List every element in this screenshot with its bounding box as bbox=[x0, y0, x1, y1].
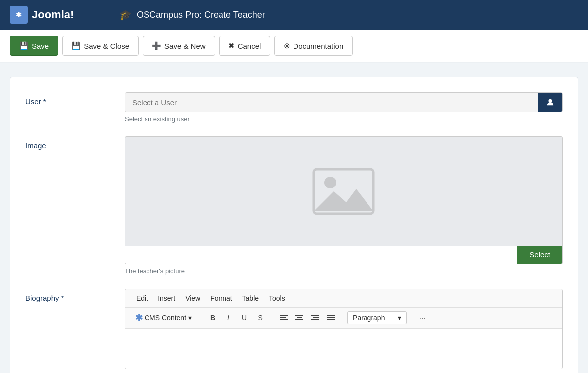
biography-label: Biography * bbox=[25, 289, 125, 302]
documentation-button[interactable]: ⊗ Documentation bbox=[274, 36, 353, 56]
user-input[interactable] bbox=[125, 93, 538, 112]
save-label: Save bbox=[32, 42, 49, 50]
cms-content-button[interactable]: ✱ CMS Content ▾ bbox=[130, 311, 197, 325]
cms-content-icon: ✱ bbox=[135, 312, 143, 323]
cms-content-group: ✱ CMS Content ▾ bbox=[130, 311, 201, 325]
user-select-button[interactable] bbox=[538, 93, 562, 112]
image-placeholder bbox=[125, 136, 563, 246]
editor-menubar: Edit Insert View Format Table Tools bbox=[125, 289, 562, 308]
user-form-row: User * Select an existing user bbox=[25, 92, 563, 123]
image-hint: The teacher's picture bbox=[125, 267, 563, 275]
cms-content-label: CMS Content bbox=[145, 314, 186, 322]
joomla-logo-icon: ✱ bbox=[10, 6, 28, 24]
image-label: Image bbox=[25, 136, 125, 150]
cms-content-chevron: ▾ bbox=[188, 314, 192, 322]
svg-point-4 bbox=[324, 177, 336, 188]
user-hint: Select an existing user bbox=[125, 115, 563, 123]
svg-text:✱: ✱ bbox=[16, 11, 22, 19]
editor-menu-format[interactable]: Format bbox=[205, 292, 237, 304]
align-left-button[interactable] bbox=[276, 311, 291, 325]
image-form-row: Image Select bbox=[25, 136, 563, 275]
paragraph-label: Paragraph bbox=[353, 314, 385, 322]
user-field: Select an existing user bbox=[125, 92, 563, 123]
image-field: Select The teacher's picture bbox=[125, 136, 563, 275]
page-title-icon: 🎓 bbox=[119, 9, 132, 21]
editor-menu-table[interactable]: Table bbox=[237, 292, 264, 304]
save-close-label: Save & Close bbox=[84, 42, 129, 50]
save-icon: 💾 bbox=[19, 41, 29, 50]
joomla-logo-text: Joomla! bbox=[32, 8, 74, 21]
align-right-button[interactable] bbox=[308, 311, 323, 325]
documentation-label: Documentation bbox=[293, 42, 343, 50]
strikethrough-button[interactable]: S bbox=[253, 311, 268, 325]
paragraph-chevron: ▾ bbox=[398, 314, 401, 322]
biography-form-row: Biography * Edit Insert View Format Tabl… bbox=[25, 289, 563, 369]
save-new-icon: ➕ bbox=[152, 41, 161, 50]
image-select-button[interactable]: Select bbox=[517, 246, 562, 264]
biography-field: Edit Insert View Format Table Tools ✱ CM… bbox=[125, 289, 563, 369]
text-format-group: B I U S bbox=[205, 311, 272, 325]
documentation-icon: ⊗ bbox=[284, 41, 290, 50]
save-close-button[interactable]: 💾 Save & Close bbox=[62, 36, 139, 56]
cancel-label: Cancel bbox=[238, 42, 261, 50]
editor-body[interactable] bbox=[125, 329, 562, 369]
page-title: 🎓 OSCampus Pro: Create Teacher bbox=[109, 9, 265, 21]
more-button[interactable]: ··· bbox=[415, 311, 430, 325]
editor-menu-view[interactable]: View bbox=[180, 292, 205, 304]
form-panel: User * Select an existing user Image bbox=[10, 77, 578, 373]
editor-toolbar: ✱ CMS Content ▾ B I U S bbox=[125, 308, 562, 329]
align-group bbox=[276, 311, 343, 325]
align-justify-button[interactable] bbox=[324, 311, 339, 325]
bold-button[interactable]: B bbox=[205, 311, 220, 325]
image-placeholder-inner bbox=[311, 167, 376, 216]
image-path-input[interactable] bbox=[125, 246, 517, 264]
top-header: ✱ Joomla! 🎓 OSCampus Pro: Create Teacher bbox=[0, 0, 588, 30]
toolbar: 💾 Save 💾 Save & Close ➕ Save & New ✖ Can… bbox=[0, 30, 588, 62]
svg-marker-5 bbox=[314, 189, 373, 211]
cancel-button[interactable]: ✖ Cancel bbox=[219, 36, 271, 56]
image-placeholder-icon bbox=[311, 167, 376, 216]
paragraph-select[interactable]: Paragraph ▾ bbox=[347, 311, 407, 324]
align-center-button[interactable] bbox=[292, 311, 307, 325]
image-input-row: Select bbox=[125, 246, 563, 264]
save-close-icon: 💾 bbox=[72, 41, 81, 50]
select-label: Select bbox=[529, 250, 550, 259]
cancel-icon: ✖ bbox=[228, 41, 235, 50]
underline-button[interactable]: U bbox=[237, 311, 252, 325]
user-input-group bbox=[125, 92, 563, 112]
editor-menu-insert[interactable]: Insert bbox=[153, 292, 180, 304]
more-group: ··· bbox=[415, 311, 434, 325]
paragraph-group: Paragraph ▾ bbox=[347, 311, 411, 324]
italic-button[interactable]: I bbox=[221, 311, 236, 325]
joomla-logo: ✱ Joomla! bbox=[10, 6, 109, 24]
svg-point-2 bbox=[548, 99, 552, 103]
user-label: User * bbox=[25, 92, 125, 106]
save-new-button[interactable]: ➕ Save & New bbox=[143, 36, 215, 56]
editor-menu-edit[interactable]: Edit bbox=[131, 292, 153, 304]
save-button[interactable]: 💾 Save bbox=[10, 36, 58, 56]
main-content: User * Select an existing user Image bbox=[0, 62, 588, 373]
editor-wrapper: Edit Insert View Format Table Tools ✱ CM… bbox=[125, 289, 563, 369]
editor-menu-tools[interactable]: Tools bbox=[264, 292, 290, 304]
page-title-text: OSCampus Pro: Create Teacher bbox=[137, 10, 265, 20]
save-new-label: Save & New bbox=[164, 42, 206, 50]
